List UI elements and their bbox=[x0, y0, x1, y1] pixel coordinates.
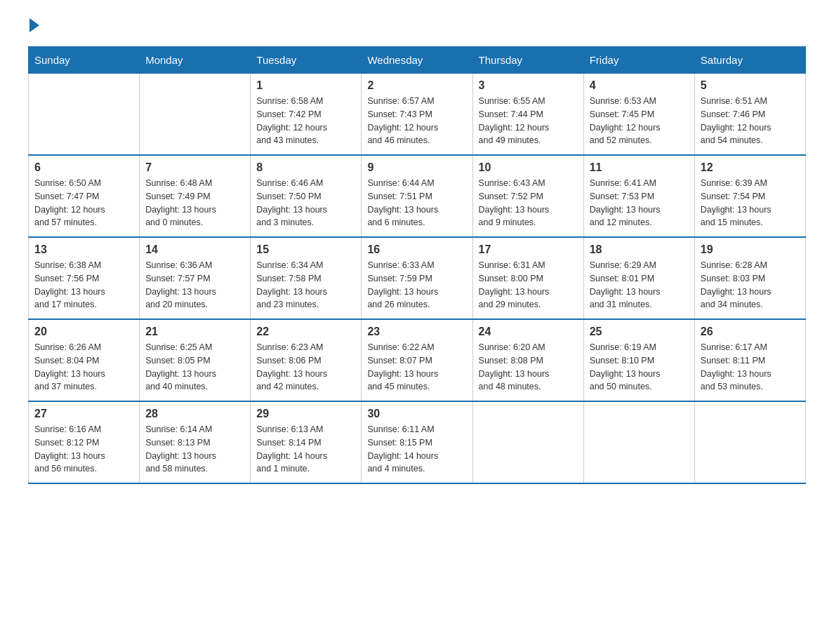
calendar-cell-3-2: 14Sunrise: 6:36 AM Sunset: 7:57 PM Dayli… bbox=[140, 237, 251, 319]
day-info: Sunrise: 6:43 AM Sunset: 7:52 PM Dayligh… bbox=[479, 177, 578, 229]
calendar-cell-5-3: 29Sunrise: 6:13 AM Sunset: 8:14 PM Dayli… bbox=[251, 401, 362, 483]
day-number: 4 bbox=[590, 79, 689, 92]
day-info: Sunrise: 6:19 AM Sunset: 8:10 PM Dayligh… bbox=[590, 341, 689, 394]
day-info: Sunrise: 6:22 AM Sunset: 8:07 PM Dayligh… bbox=[367, 341, 466, 394]
day-number: 23 bbox=[367, 326, 466, 338]
day-number: 26 bbox=[701, 326, 800, 338]
day-info: Sunrise: 6:17 AM Sunset: 8:11 PM Dayligh… bbox=[701, 341, 800, 394]
weekday-header-tuesday: Tuesday bbox=[251, 47, 362, 74]
day-info: Sunrise: 6:33 AM Sunset: 7:59 PM Dayligh… bbox=[367, 259, 466, 311]
calendar-cell-5-2: 28Sunrise: 6:14 AM Sunset: 8:13 PM Dayli… bbox=[140, 401, 251, 483]
calendar-cell-3-3: 15Sunrise: 6:34 AM Sunset: 7:58 PM Dayli… bbox=[251, 237, 362, 319]
calendar-cell-3-1: 13Sunrise: 6:38 AM Sunset: 7:56 PM Dayli… bbox=[29, 237, 140, 319]
weekday-header-thursday: Thursday bbox=[472, 47, 583, 74]
calendar-cell-4-7: 26Sunrise: 6:17 AM Sunset: 8:11 PM Dayli… bbox=[694, 319, 805, 401]
day-info: Sunrise: 6:29 AM Sunset: 8:01 PM Dayligh… bbox=[590, 259, 689, 311]
calendar-cell-3-6: 18Sunrise: 6:29 AM Sunset: 8:01 PM Dayli… bbox=[583, 237, 694, 319]
calendar-cell-5-6 bbox=[583, 401, 694, 483]
day-info: Sunrise: 6:48 AM Sunset: 7:49 PM Dayligh… bbox=[145, 177, 244, 229]
weekday-header-monday: Monday bbox=[140, 47, 251, 74]
weekday-header-wednesday: Wednesday bbox=[362, 47, 472, 74]
day-number: 3 bbox=[479, 79, 578, 92]
day-number: 14 bbox=[145, 243, 244, 256]
day-info: Sunrise: 6:28 AM Sunset: 8:03 PM Dayligh… bbox=[701, 259, 800, 311]
day-number: 16 bbox=[367, 243, 466, 256]
day-number: 7 bbox=[145, 161, 244, 174]
day-number: 27 bbox=[34, 408, 133, 420]
weekday-header-saturday: Saturday bbox=[694, 47, 805, 74]
logo-arrow-icon bbox=[29, 18, 39, 32]
day-number: 13 bbox=[34, 243, 133, 256]
calendar-cell-2-3: 8Sunrise: 6:46 AM Sunset: 7:50 PM Daylig… bbox=[251, 155, 362, 237]
calendar-cell-5-4: 30Sunrise: 6:11 AM Sunset: 8:15 PM Dayli… bbox=[362, 401, 472, 483]
day-info: Sunrise: 6:39 AM Sunset: 7:54 PM Dayligh… bbox=[701, 177, 800, 229]
day-info: Sunrise: 6:55 AM Sunset: 7:44 PM Dayligh… bbox=[479, 95, 578, 147]
day-info: Sunrise: 6:14 AM Sunset: 8:13 PM Dayligh… bbox=[145, 423, 244, 476]
day-number: 17 bbox=[479, 243, 578, 256]
calendar-cell-3-7: 19Sunrise: 6:28 AM Sunset: 8:03 PM Dayli… bbox=[694, 237, 805, 319]
calendar-cell-4-4: 23Sunrise: 6:22 AM Sunset: 8:07 PM Dayli… bbox=[362, 319, 472, 401]
day-info: Sunrise: 6:31 AM Sunset: 8:00 PM Dayligh… bbox=[479, 259, 578, 311]
calendar-cell-2-4: 9Sunrise: 6:44 AM Sunset: 7:51 PM Daylig… bbox=[362, 155, 472, 237]
calendar-cell-3-4: 16Sunrise: 6:33 AM Sunset: 7:59 PM Dayli… bbox=[362, 237, 472, 319]
week-row-2: 6Sunrise: 6:50 AM Sunset: 7:47 PM Daylig… bbox=[29, 155, 806, 237]
day-number: 30 bbox=[367, 408, 466, 420]
day-number: 9 bbox=[367, 161, 466, 174]
day-info: Sunrise: 6:53 AM Sunset: 7:45 PM Dayligh… bbox=[590, 95, 689, 147]
day-info: Sunrise: 6:38 AM Sunset: 7:56 PM Dayligh… bbox=[34, 259, 133, 311]
day-info: Sunrise: 6:13 AM Sunset: 8:14 PM Dayligh… bbox=[256, 423, 355, 476]
calendar-cell-2-5: 10Sunrise: 6:43 AM Sunset: 7:52 PM Dayli… bbox=[472, 155, 583, 237]
calendar-cell-2-2: 7Sunrise: 6:48 AM Sunset: 7:49 PM Daylig… bbox=[140, 155, 251, 237]
calendar-cell-3-5: 17Sunrise: 6:31 AM Sunset: 8:00 PM Dayli… bbox=[472, 237, 583, 319]
calendar-cell-1-7: 5Sunrise: 6:51 AM Sunset: 7:46 PM Daylig… bbox=[694, 74, 805, 156]
day-number: 24 bbox=[479, 326, 578, 338]
day-number: 15 bbox=[256, 243, 355, 256]
day-number: 22 bbox=[256, 326, 355, 338]
page-header bbox=[28, 21, 806, 32]
day-info: Sunrise: 6:25 AM Sunset: 8:05 PM Dayligh… bbox=[145, 341, 244, 394]
day-info: Sunrise: 6:16 AM Sunset: 8:12 PM Dayligh… bbox=[34, 423, 133, 476]
day-info: Sunrise: 6:57 AM Sunset: 7:43 PM Dayligh… bbox=[367, 95, 466, 147]
calendar-cell-2-1: 6Sunrise: 6:50 AM Sunset: 7:47 PM Daylig… bbox=[29, 155, 140, 237]
day-number: 25 bbox=[590, 326, 689, 338]
calendar-cell-1-3: 1Sunrise: 6:58 AM Sunset: 7:42 PM Daylig… bbox=[251, 74, 362, 156]
week-row-4: 20Sunrise: 6:26 AM Sunset: 8:04 PM Dayli… bbox=[29, 319, 806, 401]
calendar-cell-4-6: 25Sunrise: 6:19 AM Sunset: 8:10 PM Dayli… bbox=[583, 319, 694, 401]
day-info: Sunrise: 6:20 AM Sunset: 8:08 PM Dayligh… bbox=[479, 341, 578, 394]
day-number: 12 bbox=[701, 161, 800, 174]
day-info: Sunrise: 6:58 AM Sunset: 7:42 PM Dayligh… bbox=[256, 95, 355, 147]
calendar-cell-4-2: 21Sunrise: 6:25 AM Sunset: 8:05 PM Dayli… bbox=[140, 319, 251, 401]
week-row-3: 13Sunrise: 6:38 AM Sunset: 7:56 PM Dayli… bbox=[29, 237, 806, 319]
calendar-cell-1-6: 4Sunrise: 6:53 AM Sunset: 7:45 PM Daylig… bbox=[583, 74, 694, 156]
day-number: 19 bbox=[701, 243, 800, 256]
day-info: Sunrise: 6:11 AM Sunset: 8:15 PM Dayligh… bbox=[367, 423, 466, 476]
calendar-cell-4-5: 24Sunrise: 6:20 AM Sunset: 8:08 PM Dayli… bbox=[472, 319, 583, 401]
calendar-cell-1-4: 2Sunrise: 6:57 AM Sunset: 7:43 PM Daylig… bbox=[362, 74, 472, 156]
day-info: Sunrise: 6:46 AM Sunset: 7:50 PM Dayligh… bbox=[256, 177, 355, 229]
week-row-1: 1Sunrise: 6:58 AM Sunset: 7:42 PM Daylig… bbox=[29, 74, 806, 156]
calendar-cell-1-1 bbox=[29, 74, 140, 156]
calendar-cell-2-6: 11Sunrise: 6:41 AM Sunset: 7:53 PM Dayli… bbox=[583, 155, 694, 237]
logo bbox=[28, 21, 39, 32]
day-number: 29 bbox=[256, 408, 355, 420]
calendar-cell-5-7 bbox=[694, 401, 805, 483]
day-info: Sunrise: 6:34 AM Sunset: 7:58 PM Dayligh… bbox=[256, 259, 355, 311]
day-info: Sunrise: 6:36 AM Sunset: 7:57 PM Dayligh… bbox=[145, 259, 244, 311]
weekday-header-sunday: Sunday bbox=[29, 47, 140, 74]
day-number: 6 bbox=[34, 161, 133, 174]
day-number: 11 bbox=[590, 161, 689, 174]
day-info: Sunrise: 6:41 AM Sunset: 7:53 PM Dayligh… bbox=[590, 177, 689, 229]
calendar-cell-1-2 bbox=[140, 74, 251, 156]
calendar-cell-4-1: 20Sunrise: 6:26 AM Sunset: 8:04 PM Dayli… bbox=[29, 319, 140, 401]
weekday-header-row: SundayMondayTuesdayWednesdayThursdayFrid… bbox=[29, 47, 806, 74]
day-number: 1 bbox=[256, 79, 355, 92]
weekday-header-friday: Friday bbox=[583, 47, 694, 74]
calendar-cell-2-7: 12Sunrise: 6:39 AM Sunset: 7:54 PM Dayli… bbox=[694, 155, 805, 237]
day-info: Sunrise: 6:51 AM Sunset: 7:46 PM Dayligh… bbox=[701, 95, 800, 147]
day-number: 8 bbox=[256, 161, 355, 174]
day-info: Sunrise: 6:23 AM Sunset: 8:06 PM Dayligh… bbox=[256, 341, 355, 394]
calendar-table: SundayMondayTuesdayWednesdayThursdayFrid… bbox=[28, 46, 806, 484]
day-number: 10 bbox=[479, 161, 578, 174]
day-info: Sunrise: 6:26 AM Sunset: 8:04 PM Dayligh… bbox=[34, 341, 133, 394]
day-number: 5 bbox=[701, 79, 800, 92]
